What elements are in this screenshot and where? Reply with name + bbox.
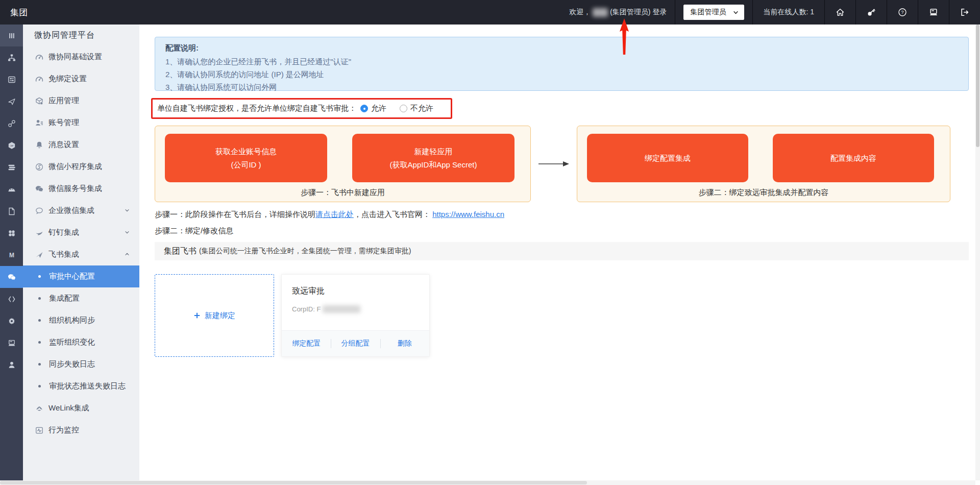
rail-item-m[interactable]: M (0, 244, 23, 266)
sidebar-item-17[interactable]: 行为监控 (23, 419, 139, 441)
sidebar-subitem-10[interactable]: 审批中心配置 (23, 265, 139, 287)
sidebar-item-3[interactable]: 账号管理 (23, 112, 139, 134)
radio-option-1[interactable]: 不允许 (400, 104, 433, 113)
step1-action-button-1[interactable]: 获取企业账号信息(公司ID ) (165, 134, 327, 182)
rail-item-person[interactable] (0, 354, 23, 376)
step2-note: 步骤二：绑定/修改信息 (155, 226, 969, 236)
help-button[interactable]: ? (887, 0, 918, 25)
step1-note-text: 步骤一：此阶段操作在飞书后台，详细操作说明 (155, 210, 315, 219)
laptop-button[interactable] (918, 0, 949, 25)
step2-panel: 绑定配置集成配置集成内容 步骤二：绑定致远审批集成并配置内容 (577, 126, 950, 202)
topbar: 集团 欢迎， (集团管理员) 登录 集团管理员 当前在线人数: 1 ? (0, 0, 980, 25)
feishu-site-link[interactable]: https://www.feishu.cn (432, 210, 504, 219)
sidebar-subitem-15[interactable]: 审批状态推送失败日志 (23, 375, 139, 397)
radio-selected-icon[interactable] (360, 105, 368, 112)
notice-line-2: 2、请确认协同系统的访问地址 (IP) 是公网地址 (165, 68, 958, 81)
bullet-icon (38, 363, 41, 366)
online-count: 当前在线人数: 1 (753, 0, 824, 25)
sidebar-subitem-12[interactable]: 组织机构同步 (23, 309, 139, 331)
sidebar-subitem-label: 审批中心配置 (49, 272, 95, 281)
books-icon (8, 163, 16, 172)
home-button[interactable] (825, 0, 855, 25)
rail-item-dots[interactable] (0, 222, 23, 244)
card-action-2[interactable]: 删除 (380, 339, 429, 348)
notice-lines: 1、请确认您的企业已经注册飞书，并且已经通过"认证"2、请确认协同系统的访问地址… (165, 55, 958, 93)
home-icon (836, 8, 845, 17)
radio-label: 允许 (371, 104, 386, 113)
step-button-line: (获取AppID和App Secret) (390, 158, 477, 172)
notice-title: 配置说明: (165, 43, 958, 53)
bullet-icon (38, 297, 41, 300)
rail-item-code[interactable] (0, 288, 23, 310)
sidebar-item-4[interactable]: 消息设置 (23, 134, 139, 156)
app-body: CAPM 微协同管理平台 微协同基础设置免绑定设置应用管理账号管理消息设置微信小… (0, 25, 980, 485)
collapse-icon (8, 32, 16, 40)
key-button[interactable] (856, 0, 887, 25)
logout-icon (960, 8, 969, 17)
rail-item-cap[interactable]: CAP (0, 134, 23, 156)
step1-buttons: 获取企业账号信息(公司ID )新建轻应用(获取AppID和App Secret) (155, 126, 530, 182)
auth-label: 单位自建飞书绑定授权，是否允许单位绑定自建飞书审批： (157, 104, 356, 113)
rail-item-chain[interactable] (0, 112, 23, 134)
sidebar-item-5[interactable]: 微信小程序集成 (23, 156, 139, 178)
chain-icon (8, 119, 16, 128)
horizontal-scrollbar-thumb[interactable] (0, 481, 587, 484)
sidebar-item-2[interactable]: 应用管理 (23, 90, 139, 112)
rail-item-sitemap[interactable] (0, 46, 23, 68)
sidebar-item-0[interactable]: 微协同基础设置 (23, 46, 139, 68)
step2-action-button-2[interactable]: 配置集成内容 (773, 134, 934, 182)
card-action-1[interactable]: 分组配置 (331, 339, 380, 348)
rail-item-collapse[interactable] (0, 25, 23, 46)
sidebar-item-6[interactable]: 微信服务号集成 (23, 178, 139, 200)
binding-card-title: 致远审批 (292, 286, 419, 297)
new-binding-button[interactable]: 新建绑定 (155, 274, 274, 357)
step1-action-button-2[interactable]: 新建轻应用(获取AppID和App Secret) (352, 134, 514, 182)
help-link[interactable]: 请点击此处 (315, 210, 354, 219)
wave-icon (35, 426, 43, 434)
welink-icon (35, 404, 43, 413)
card-action-0[interactable]: 绑定配置 (282, 339, 331, 348)
sidebar-item-1[interactable]: 免绑定设置 (23, 68, 139, 90)
logout-button[interactable] (949, 0, 980, 25)
rail-item-doc[interactable] (0, 200, 23, 222)
sidebar-item-7[interactable]: 企业微信集成 (23, 200, 139, 222)
corpid-redacted (323, 305, 360, 313)
sidebar-item-9[interactable]: 飞书集成 (23, 244, 139, 265)
sidebar-subitem-11[interactable]: 集成配置 (23, 287, 139, 309)
m-icon: M (8, 251, 16, 259)
vertical-scrollbar-thumb[interactable] (976, 25, 979, 147)
step2-caption: 步骤二：绑定致远审批集成并配置内容 (577, 188, 950, 198)
plus-icon (193, 312, 201, 319)
step2-action-button-1[interactable]: 绑定配置集成 (587, 134, 748, 182)
sidebar-item-16[interactable]: WeLink集成 (23, 397, 139, 419)
rail-item-laptop[interactable] (0, 332, 23, 354)
rail-item-wechat[interactable] (0, 266, 23, 288)
chat-icon (35, 207, 43, 215)
sitemap-icon (8, 54, 16, 62)
new-binding-label: 新建绑定 (205, 311, 235, 321)
sidebar: 微协同管理平台 微协同基础设置免绑定设置应用管理账号管理消息设置微信小程序集成微… (23, 25, 139, 485)
chevron-down-icon (124, 228, 130, 237)
role-select[interactable]: 集团管理员 (683, 5, 744, 20)
rail-item-books[interactable] (0, 156, 23, 178)
sidebar-item-label: 免绑定设置 (48, 74, 87, 84)
rail-item-palette[interactable] (0, 178, 23, 200)
code-icon (8, 295, 16, 303)
sidebar-subitem-13[interactable]: 监听组织变化 (23, 331, 139, 353)
svg-text:M: M (9, 252, 14, 259)
sidebar-subitem-label: 集成配置 (49, 294, 80, 303)
brand-title: 集团 (0, 0, 38, 25)
vertical-scrollbar[interactable] (975, 25, 980, 480)
rail-item-gear[interactable] (0, 310, 23, 332)
sidebar-item-8[interactable]: 钉钉集成 (23, 222, 139, 244)
bullet-icon (38, 275, 41, 278)
sidebar-item-label: 微信服务号集成 (48, 184, 102, 193)
radio-option-0[interactable]: 允许 (360, 104, 386, 113)
send-icon (8, 98, 16, 106)
step-button-line: (公司ID ) (231, 158, 261, 172)
sidebar-subitem-14[interactable]: 同步失败日志 (23, 353, 139, 375)
radio-unselected-icon[interactable] (400, 105, 407, 112)
rail-item-sliders[interactable] (0, 68, 23, 90)
horizontal-scrollbar[interactable] (0, 480, 975, 485)
rail-item-send[interactable] (0, 90, 23, 112)
